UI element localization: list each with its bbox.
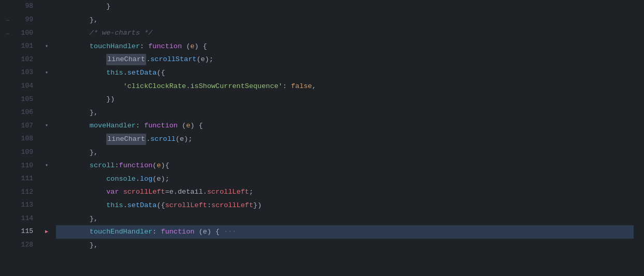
token-obj: console <box>106 173 136 185</box>
token-method: log <box>140 173 152 185</box>
side-dot-110 <box>0 159 16 172</box>
ln-108: 108 <box>16 133 33 146</box>
code-line-112: var scrollLeft=e.detail.scrollLeft; <box>56 185 634 199</box>
fold-104 <box>41 80 52 93</box>
token-keyword: function <box>148 41 182 52</box>
token: : <box>282 81 291 92</box>
token: }, <box>56 240 98 251</box>
code-line-99: }, <box>56 13 634 27</box>
code-line-98: } <box>56 0 634 13</box>
line-numbers: 98 99 100 101 102 103 104 105 106 107 10… <box>16 0 41 276</box>
ln-99: 99 <box>16 13 33 27</box>
fold-112 <box>41 185 52 199</box>
token-highlight: lineChart <box>106 54 146 65</box>
token-this: this <box>106 200 123 211</box>
token-keyword: function <box>119 160 153 171</box>
ln-128: 128 <box>16 239 33 252</box>
token: }, <box>56 14 98 26</box>
code-line-109: }, <box>56 146 634 159</box>
fold-100 <box>41 26 52 40</box>
side-dot-128 <box>0 239 16 252</box>
token-method: setData <box>127 67 157 79</box>
token: (e); <box>152 173 169 185</box>
token: ( <box>178 120 186 132</box>
token <box>56 173 106 185</box>
ln-115: 115 <box>16 225 33 239</box>
token-method: scrollStart <box>150 54 196 65</box>
code-line-102: lineChart.scrollStart(e); <box>56 53 634 66</box>
token-keyword: function <box>144 120 178 132</box>
ln-112: 112 <box>16 185 33 199</box>
ln-103: 103 <box>16 66 33 80</box>
token: (e); <box>196 54 213 65</box>
token: : <box>152 226 161 238</box>
fold-103[interactable]: ▾ <box>41 66 52 80</box>
code-line-103: this.setData({ <box>56 66 634 80</box>
ln-105: 105 <box>16 93 33 106</box>
side-dot-115 <box>0 225 16 239</box>
token: }, <box>56 147 98 158</box>
side-dot-107 <box>0 119 16 133</box>
fold-115[interactable]: ▶ <box>41 225 52 239</box>
side-dot-108 <box>0 133 16 146</box>
code-editor: … … 98 99 100 101 102 103 104 105 106 1 <box>0 0 644 276</box>
token: , <box>312 81 316 92</box>
token: . <box>136 173 140 185</box>
token: : <box>136 120 144 132</box>
code-line-114: }, <box>56 212 634 226</box>
token: : <box>140 41 148 52</box>
code-line-106: }, <box>56 106 634 120</box>
ln-113: 113 <box>16 199 33 212</box>
side-dot-105 <box>0 93 16 106</box>
ln-106: 106 <box>16 106 33 120</box>
fold-107[interactable]: ▾ <box>41 119 52 133</box>
token: }) <box>56 94 115 105</box>
token: . <box>123 67 127 79</box>
fold-113 <box>41 199 52 212</box>
code-line-105: }) <box>56 93 634 106</box>
code-line-113: this.setData({scrollLeft:scrollLeft}) <box>56 199 634 212</box>
fold-105 <box>41 93 52 106</box>
token-val: scrollLeft <box>211 200 253 211</box>
ln-102: 102 <box>16 53 33 66</box>
token-param: e <box>190 41 194 52</box>
token: (e) { <box>194 226 224 238</box>
token-property: scroll <box>56 160 115 171</box>
token-param: e <box>186 120 190 132</box>
fold-102 <box>41 53 52 66</box>
token: : <box>115 160 119 171</box>
fold-110[interactable]: ▾ <box>41 159 52 172</box>
token-property: touchEndHandler <box>56 226 152 238</box>
fold-98 <box>41 0 52 13</box>
token-var: scrollLeft <box>123 186 165 198</box>
code-content: } }, /* we-charts */ touchHandler: funct… <box>52 0 644 276</box>
code-line-108: lineChart.scroll(e); <box>56 133 634 146</box>
token-param: e <box>156 160 161 171</box>
code-line-111: console.log(e); <box>56 172 634 186</box>
code-area: 98 99 100 101 102 103 104 105 106 107 10… <box>16 0 644 276</box>
token: ){ <box>161 160 169 171</box>
ln-114: 114 <box>16 212 33 226</box>
side-dot-98 <box>0 0 16 13</box>
token <box>119 186 123 198</box>
token: ( <box>182 41 190 52</box>
code-line-104: 'clickClockRate.isShowCurrentSequence': … <box>56 80 634 93</box>
token <box>56 186 106 198</box>
code-line-115: touchEndHandler: function (e) { ··· <box>56 225 634 239</box>
fold-114 <box>41 212 52 226</box>
side-dot-113 <box>0 199 16 212</box>
ln-111: 111 <box>16 172 33 186</box>
side-dot-112 <box>0 185 16 199</box>
token: }, <box>56 213 98 225</box>
ln-100: 100 <box>16 26 33 40</box>
token-method: setData <box>127 200 157 211</box>
ln-110: 110 <box>16 159 33 172</box>
side-dot-103 <box>0 66 16 80</box>
fold-101[interactable]: ▾ <box>41 40 52 53</box>
code-line-110: scroll:function(e){ <box>56 159 634 172</box>
side-dot-111 <box>0 172 16 186</box>
ln-101: 101 <box>16 40 33 53</box>
token: }) <box>253 200 262 211</box>
code-line-100: /* we-charts */ <box>56 26 634 40</box>
side-dot-109 <box>0 146 16 159</box>
